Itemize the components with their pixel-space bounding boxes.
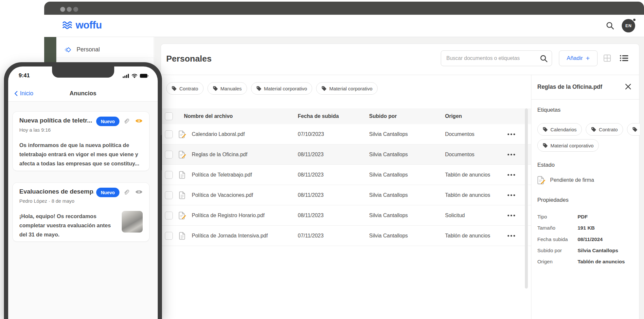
row-menu-icon[interactable] (508, 235, 515, 236)
row-menu-icon[interactable] (508, 154, 515, 155)
property-row: Tamaño 191 KB (537, 225, 635, 234)
property-label: Tipo (537, 214, 547, 220)
row-checkbox[interactable] (165, 191, 173, 199)
window-dot-3[interactable] (73, 7, 78, 12)
woffu-logo[interactable]: woffu (62, 19, 102, 31)
announcement-body: Os informamos de que la nueva política d… (19, 141, 145, 168)
upload-date: 08/11/2023 (298, 213, 324, 218)
attachment-icon (123, 189, 130, 195)
row-checkbox[interactable] (165, 171, 173, 179)
tag-chip[interactable]: Contrato (586, 123, 623, 136)
list-view-icon[interactable] (620, 55, 629, 62)
table-row[interactable]: Calendario Laboral.pdf 07/10/2023 Silvia… (161, 124, 531, 144)
table-scrollbar[interactable] (525, 108, 528, 289)
window-dot-1[interactable] (60, 7, 65, 12)
tag-icon (321, 86, 327, 91)
window-dot-2[interactable] (67, 7, 72, 12)
property-value: Tablón de anuncios (578, 259, 625, 265)
property-value: 191 KB (578, 225, 595, 231)
document-icon (179, 171, 186, 179)
file-name[interactable]: Política de Teletrabajo.pdf (192, 172, 252, 178)
table-row[interactable]: Política de Teletrabajo.pdf 08/11/2023 S… (161, 165, 531, 185)
row-menu-icon[interactable] (508, 133, 515, 135)
announcement-card[interactable]: Evaluaciones de desemp... Nuevo Pedro Ló… (12, 182, 150, 242)
app-header: woffu EN (44, 15, 644, 37)
new-badge: Nuevo (96, 117, 119, 126)
property-row: Subido por Silvia Cantallops (537, 248, 635, 256)
upload-date: 08/11/2023 (298, 192, 324, 198)
property-row: Fecha subida 08/11/2024 (537, 236, 635, 245)
uploaded-by: Silvia Cantallops (369, 131, 408, 137)
grid-view-icon[interactable] (603, 54, 611, 62)
uploaded-by: Silvia Cantallops (369, 172, 408, 178)
attachment-icon (123, 118, 130, 124)
document-detail-panel: Reglas de la Oficina.pdf Etiquetas Calen… (531, 75, 640, 319)
status-value: Pendiente de firma (550, 177, 594, 183)
tag-chip[interactable]: Material corporativo (537, 139, 599, 152)
phone-mockup: 9:41 Inicio Anuncios Nueva política de t… (4, 62, 162, 319)
table-row-selected[interactable]: Reglas de la Oficina.pdf 08/11/2023 Silv… (161, 144, 531, 165)
row-menu-icon[interactable] (508, 174, 515, 176)
filter-chip[interactable]: Material corporativo (316, 82, 378, 95)
status-section-heading: Estado (537, 162, 555, 168)
read-eye-icon[interactable] (135, 118, 143, 123)
phone-notch (52, 66, 114, 78)
document-signature-icon (179, 212, 187, 219)
file-name[interactable]: Calendario Laboral.pdf (192, 131, 245, 137)
row-menu-icon[interactable] (508, 194, 515, 196)
file-name[interactable]: Reglas de la Oficina.pdf (192, 152, 247, 158)
tag-chip[interactable]: Manuales (627, 123, 640, 136)
table-row[interactable]: Política de Jornada Intensiva.pdf 07/11/… (161, 226, 531, 246)
row-checkbox[interactable] (165, 212, 173, 219)
tag-icon (213, 86, 218, 91)
table-row[interactable]: Política de Vacaciones.pdf 08/11/2023 Si… (161, 185, 531, 205)
filter-chip[interactable]: Material corporativo (251, 82, 313, 95)
add-button[interactable]: Añadir + (559, 50, 598, 66)
phone-page-title: Anuncios (8, 90, 158, 97)
search-icon[interactable] (540, 55, 548, 63)
tag-icon (543, 127, 548, 132)
origin: Documentos (445, 131, 474, 137)
filter-label: Contrato (179, 86, 198, 91)
tag-icon (543, 143, 548, 148)
row-menu-icon[interactable] (508, 215, 515, 216)
read-eye-icon[interactable] (135, 189, 143, 195)
document-tags-row-1: Calendarios Contrato Manuales (537, 123, 640, 136)
phone-nav-bar: Inicio Anuncios (8, 87, 158, 102)
tag-chip[interactable]: Calendarios (537, 123, 582, 136)
column-header[interactable]: Fecha de subida (298, 113, 339, 119)
row-checkbox[interactable] (165, 130, 173, 138)
row-checkbox[interactable] (165, 151, 173, 159)
close-icon[interactable] (625, 84, 631, 90)
column-header[interactable]: Origen (445, 113, 462, 119)
row-checkbox[interactable] (165, 232, 173, 240)
status-row: Pendiente de firma (537, 176, 594, 184)
tag-icon (591, 127, 596, 132)
announcement-card[interactable]: Nueva política de teletr... Nuevo Hoy a … (12, 111, 150, 171)
column-header[interactable]: Nombre del archivo (184, 113, 233, 119)
announcement-photo (122, 211, 143, 233)
document-title: Reglas de la Oficina.pdf (537, 84, 602, 90)
document-icon (179, 232, 186, 240)
filter-chip[interactable]: Manuales (207, 82, 247, 95)
file-name[interactable]: Política de Jornada Intensiva.pdf (192, 233, 268, 239)
column-header[interactable]: Subido por (369, 113, 397, 119)
file-name[interactable]: Política de Registro Horario.pdf (192, 213, 264, 218)
add-button-label: Añadir (567, 55, 583, 62)
cellular-signal-icon (123, 74, 129, 78)
sidebar-item-personal[interactable]: Personal (56, 42, 154, 58)
search-input[interactable] (446, 51, 537, 66)
properties-section-heading: Propiedades (537, 197, 568, 203)
announcement-body: ¡Hola, equipo! Os recordamos completar v… (19, 212, 117, 239)
file-name[interactable]: Política de Vacaciones.pdf (192, 192, 253, 198)
phone-screen: 9:41 Inicio Anuncios Nueva política de t… (8, 66, 158, 319)
table-row[interactable]: Política de Registro Horario.pdf 08/11/2… (161, 205, 531, 226)
select-all-checkbox[interactable] (165, 112, 173, 120)
document-signature-icon (179, 130, 187, 138)
filter-chip[interactable]: Contrato (166, 82, 204, 95)
uploaded-by: Silvia Cantallops (369, 152, 408, 158)
new-badge: Nuevo (96, 188, 119, 197)
browser-titlebar (44, 2, 644, 15)
header-search-icon[interactable] (606, 22, 614, 30)
property-row: Tipo PDF (537, 214, 635, 222)
